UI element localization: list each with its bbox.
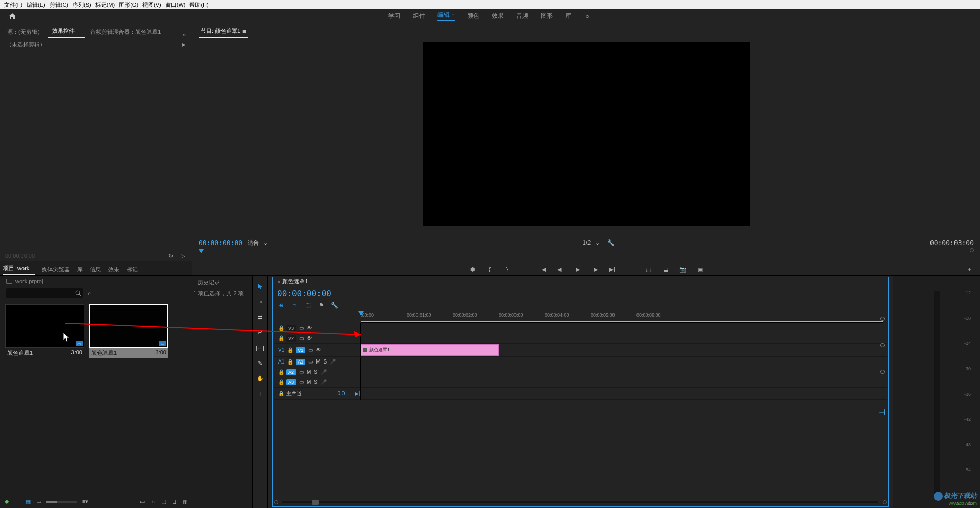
delete-icon[interactable]: 🗑: [182, 498, 188, 506]
search-input[interactable]: [6, 288, 83, 298]
step-forward-icon[interactable]: |▶: [591, 264, 600, 274]
tab-markers[interactable]: 标记: [127, 263, 138, 275]
audio-meter-bar[interactable]: [934, 291, 940, 498]
track-header-v3[interactable]: 🔒V3▭👁: [274, 323, 360, 333]
timeline-ruler[interactable]: :00:00 00:00:01:00 00:00:02:00 00:00:03:…: [361, 311, 883, 323]
zoom-handle-l-icon[interactable]: [274, 500, 278, 504]
resolution-dropdown[interactable]: 1/2 ⌄: [583, 239, 600, 246]
ripple-edit-tool-icon[interactable]: ⇄: [255, 311, 266, 323]
program-viewer[interactable]: [423, 42, 750, 226]
slip-tool-icon[interactable]: |↔|: [255, 342, 266, 353]
project-thumbnail[interactable]: ▭: [89, 304, 168, 348]
sequence-name[interactable]: ×颜色遮罩1 ≡: [277, 278, 313, 285]
tab-audio-clip-mixer[interactable]: 音频剪辑混合器：颜色遮罩1: [86, 26, 165, 38]
panel-menu-icon[interactable]: ≡: [310, 279, 313, 285]
track-main[interactable]: ⊣: [361, 388, 887, 400]
pen-tool-icon[interactable]: ✎: [255, 357, 266, 369]
ws-color[interactable]: 颜色: [467, 12, 479, 20]
solo-icon[interactable]: S: [324, 359, 327, 365]
ws-effects[interactable]: 效果: [492, 12, 504, 20]
track-a2[interactable]: [361, 367, 887, 377]
go-to-out-icon[interactable]: ▶|: [608, 264, 617, 274]
skip-icon[interactable]: ▶|: [355, 391, 360, 396]
timeline-settings-icon[interactable]: ⚑: [317, 301, 325, 309]
lock-icon[interactable]: 🔒: [278, 369, 283, 375]
lock-icon[interactable]: 🔒: [278, 335, 283, 341]
extract-icon[interactable]: ⬓: [661, 264, 670, 274]
clip-color-matte[interactable]: 颜色遮罩1: [361, 344, 499, 356]
find-icon[interactable]: ○: [151, 498, 156, 506]
ws-audio[interactable]: 音频: [516, 12, 528, 20]
tab-program[interactable]: 节目: 颜色遮罩1 ≡: [199, 25, 248, 38]
linked-selection-icon[interactable]: ∩: [290, 301, 299, 309]
lock-icon[interactable]: 🔒: [278, 391, 283, 396]
timeline-zoom-bar[interactable]: [274, 500, 887, 505]
scrubber-handle-icon[interactable]: [970, 248, 974, 252]
auto-match-seq-icon[interactable]: ▭: [140, 498, 145, 506]
comparison-view-icon[interactable]: ▣: [696, 264, 705, 274]
settings-icon[interactable]: 🔧: [607, 238, 615, 247]
track-header-main[interactable]: 🔒主声道0.0▶|: [274, 388, 360, 400]
menu-marker[interactable]: 标记(M): [93, 1, 117, 9]
track-header-a1[interactable]: A1🔒A1▭MS🎤: [274, 357, 360, 367]
lock-icon[interactable]: 🔒: [287, 347, 292, 353]
track-header-v1[interactable]: V1🔒V1▭👁: [274, 344, 360, 357]
ws-graphics[interactable]: 图形: [541, 12, 553, 20]
track-header-a2[interactable]: 🔒A2▭MS🎤: [274, 367, 360, 377]
track-v3[interactable]: [361, 323, 887, 333]
snap-icon[interactable]: ⋇: [277, 301, 285, 309]
menu-help[interactable]: 帮助(H): [187, 1, 210, 9]
toggle-output-icon[interactable]: ▭: [299, 379, 304, 385]
playhead-icon[interactable]: [199, 249, 204, 253]
ws-overflow-icon[interactable]: »: [583, 12, 592, 20]
program-scrubber[interactable]: [199, 250, 974, 256]
list-view-icon[interactable]: ≡: [15, 498, 20, 506]
tab-project[interactable]: 项目: work ≡: [3, 262, 35, 275]
eye-icon[interactable]: 👁: [316, 347, 322, 353]
lock-icon[interactable]: 🔒: [278, 325, 283, 331]
panel-menu-icon[interactable]: ≡: [31, 265, 34, 272]
menu-edit[interactable]: 编辑(E): [24, 1, 47, 9]
lock-write-icon[interactable]: ◆: [4, 498, 10, 506]
main-volume[interactable]: 0.0: [337, 391, 345, 396]
loop-icon[interactable]: ↻: [166, 252, 175, 260]
new-item-icon[interactable]: 🗋: [172, 498, 177, 506]
project-item[interactable]: ▭ 颜色遮罩13:00: [5, 304, 84, 358]
tab-effects[interactable]: 效果: [108, 263, 119, 275]
filter-bin-icon[interactable]: ⌂: [88, 289, 91, 297]
ws-edit[interactable]: 编辑≡: [437, 11, 455, 21]
mark-out-icon[interactable]: }: [503, 264, 512, 274]
project-item[interactable]: ▭ 颜色遮罩13:00: [89, 304, 168, 358]
step-back-icon[interactable]: ◀|: [556, 264, 565, 274]
toggle-output-icon[interactable]: ▭: [299, 335, 304, 341]
sort-icon[interactable]: ≡▾: [82, 498, 88, 506]
track-select-tool-icon[interactable]: ⇥: [255, 296, 266, 307]
razor-tool-icon[interactable]: ✂: [255, 327, 266, 338]
toggle-output-icon[interactable]: ▭: [299, 369, 304, 375]
voice-over-icon[interactable]: 🎤: [321, 379, 327, 385]
tab-history[interactable]: 历史记录: [192, 276, 252, 290]
eye-icon[interactable]: 👁: [307, 335, 313, 341]
track-header-a3[interactable]: 🔒A3▭MS🎤: [274, 377, 360, 388]
menu-sequence[interactable]: 序列(S): [70, 1, 93, 9]
source-tabs-overflow-icon[interactable]: »: [180, 32, 189, 38]
source-patch[interactable]: V1: [278, 347, 284, 353]
home-button[interactable]: [6, 11, 18, 21]
ws-library[interactable]: 库: [565, 12, 571, 20]
source-tc[interactable]: 00:00:00:00: [5, 253, 35, 259]
lock-icon[interactable]: 🔒: [278, 379, 283, 385]
wrench-icon[interactable]: 🔧: [330, 301, 338, 309]
ws-learn[interactable]: 学习: [388, 12, 401, 20]
voice-over-icon[interactable]: 🎤: [330, 359, 336, 365]
project-search[interactable]: [6, 288, 83, 298]
solo-icon[interactable]: S: [314, 379, 317, 385]
icon-view-icon[interactable]: ▦: [25, 498, 31, 506]
menu-file[interactable]: 文件(F): [2, 1, 24, 9]
track-expand-icon[interactable]: [880, 370, 885, 374]
source-patch[interactable]: A1: [278, 359, 284, 365]
ws-menu-icon[interactable]: ≡: [452, 12, 455, 18]
mute-icon[interactable]: M: [307, 369, 311, 375]
type-tool-icon[interactable]: T: [255, 388, 266, 399]
project-thumbnail[interactable]: ▭: [5, 304, 84, 348]
tab-info[interactable]: 信息: [90, 263, 101, 275]
